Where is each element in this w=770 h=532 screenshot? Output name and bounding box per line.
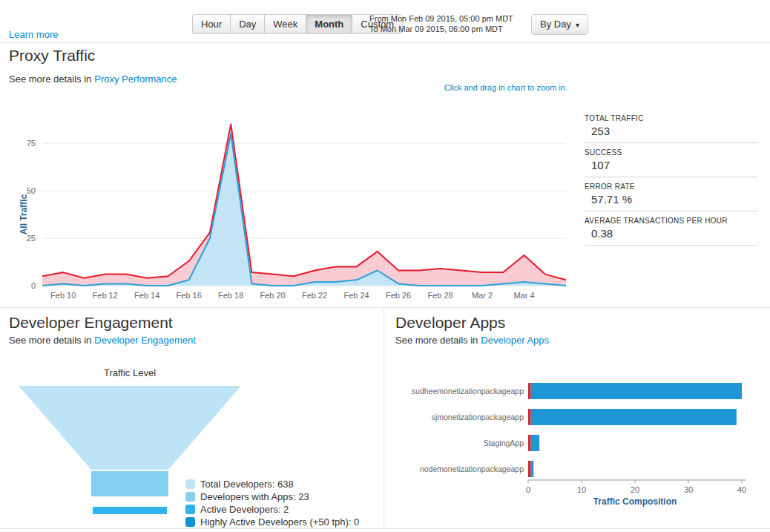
date-to-label: To Mon Mar 09 2015, 06:00 pm MDT <box>369 24 513 34</box>
x-tick-label: 30 <box>684 485 693 494</box>
funnel-chart-title: Traffic Level <box>7 367 252 378</box>
stat-label: SUCCESS <box>585 148 758 157</box>
bar-category-label: sudheemonetizationpackageapp <box>412 387 524 395</box>
stat-value: 253 <box>585 125 758 137</box>
x-tick-label: Feb 20 <box>260 291 285 300</box>
series-line <box>42 124 566 280</box>
bar-category-label: StagingApp <box>484 439 524 447</box>
bar-segment <box>528 435 531 451</box>
bar-segment <box>531 461 534 477</box>
developer-engagement-link[interactable]: Developer Engagement <box>94 335 196 346</box>
series-area <box>42 124 566 286</box>
bar-segment <box>528 461 531 477</box>
x-tick-label: Mar 2 <box>472 291 493 300</box>
proxy-traffic-details: See more details inProxy Performance <box>9 73 177 85</box>
legend-label: Highly Active Developers (+50 tph): 0 <box>200 516 359 528</box>
x-tick-label: Feb 10 <box>50 291 76 300</box>
stat-label: TOTAL TRAFFIC <box>585 114 758 122</box>
series-line <box>42 134 566 286</box>
x-tick-label: Feb 18 <box>218 291 243 300</box>
analytics-dashboard: Learn more Hour Day Week Month Custom Fr… <box>0 0 770 532</box>
legend-item: Active Developers: 2 <box>185 503 359 516</box>
stat-success: SUCCESS 107 <box>585 148 758 177</box>
bar-segment <box>531 383 742 399</box>
range-week-button[interactable]: Week <box>264 14 306 34</box>
range-month-button[interactable]: Month <box>306 14 352 34</box>
caret-down-icon: ▾ <box>576 19 579 30</box>
divider <box>384 307 384 529</box>
legend-item: Total Developers: 638 <box>185 478 359 490</box>
legend-swatch-icon <box>185 517 195 527</box>
x-tick-label: Feb 14 <box>134 291 159 300</box>
legend-label: Total Developers: 638 <box>200 479 294 490</box>
funnel-segment <box>93 507 167 514</box>
legend-item: Highly Active Developers (+50 tph): 0 <box>185 516 359 528</box>
bar-segment <box>531 409 737 425</box>
group-by-label: By Day <box>540 19 571 30</box>
date-range: From Mon Feb 09 2015, 05:00 pm MDT To Mo… <box>369 13 513 34</box>
developer-apps-details: See more details inDeveloper Apps <box>395 335 549 346</box>
divider <box>0 307 770 308</box>
x-tick-label: 10 <box>577 485 586 494</box>
stat-total-traffic: TOTAL TRAFFIC 253 <box>585 114 758 143</box>
developer-engagement-details: See more details inDeveloper Engagement <box>9 335 196 346</box>
group-by-dropdown[interactable]: By Day▾ <box>531 14 588 35</box>
stat-label: AVERAGE TRANSACTIONS PER HOUR <box>585 217 758 225</box>
stat-value: 107 <box>585 159 758 171</box>
y-axis-label: All Traffic <box>19 194 29 234</box>
date-from-label: From Mon Feb 09 2015, 05:00 pm MDT <box>369 13 513 24</box>
divider <box>0 42 770 43</box>
funnel-legend: Total Developers: 638Developers with App… <box>185 478 359 528</box>
x-tick-label: 20 <box>631 485 639 494</box>
legend-item: Developers with Apps: 23 <box>185 490 359 503</box>
x-tick-label: 40 <box>737 485 746 494</box>
bar-segment <box>528 409 531 425</box>
legend-swatch-icon <box>185 492 195 502</box>
funnel-segment <box>91 471 168 496</box>
stat-value: 57.71 % <box>585 193 758 206</box>
proxy-performance-link[interactable]: Proxy Performance <box>94 73 177 85</box>
proxy-traffic-chart[interactable]: 0255075Feb 10Feb 12Feb 14Feb 16Feb 18Feb… <box>0 100 579 308</box>
x-tick-label: Feb 12 <box>93 291 118 300</box>
bar-category-label: sjmonetizationpackageapp <box>432 413 524 421</box>
x-axis-label: Traffic Composition <box>593 496 677 507</box>
x-tick-label: Feb 28 <box>427 291 453 300</box>
bar-segment <box>528 383 531 399</box>
legend-swatch-icon <box>185 505 195 514</box>
x-tick-label: Feb 16 <box>177 291 202 300</box>
stat-avg-tph: AVERAGE TRANSACTIONS PER HOUR 0.38 <box>585 217 758 246</box>
y-tick-label: 50 <box>27 186 36 195</box>
stat-label: ERROR RATE <box>585 183 758 191</box>
learn-more-link[interactable]: Learn more <box>9 29 58 40</box>
range-day-button[interactable]: Day <box>230 14 264 34</box>
legend-label: Developers with Apps: 23 <box>200 491 309 502</box>
details-prefix: See more details in <box>395 335 478 346</box>
series-area <box>42 134 566 286</box>
stat-error-rate: ERROR RATE 57.71 % <box>585 183 758 211</box>
developer-apps-title: Developer Apps <box>395 314 505 332</box>
legend-swatch-icon <box>185 479 195 489</box>
developer-apps-link[interactable]: Developer Apps <box>481 335 549 346</box>
proxy-traffic-title: Proxy Traffic <box>9 47 95 65</box>
x-tick-label: Mar 4 <box>513 291 534 300</box>
bar-category-label: nodemonetizationpackageapp <box>420 464 524 473</box>
details-prefix: See more details in <box>9 73 91 85</box>
funnel-segment <box>19 386 241 470</box>
x-tick-label: Feb 26 <box>386 291 411 300</box>
x-tick-label: 0 <box>526 485 530 494</box>
zoom-hint: Click and drag in chart to zoom in. <box>386 83 567 92</box>
bar-segment <box>531 435 540 451</box>
x-tick-label: Feb 22 <box>302 291 327 300</box>
traffic-stats-panel: TOTAL TRAFFIC 253 SUCCESS 107 ERROR RATE… <box>585 114 758 251</box>
details-prefix: See more details in <box>9 335 91 346</box>
stat-value: 0.38 <box>585 227 758 240</box>
divider <box>0 528 770 529</box>
y-tick-label: 75 <box>27 139 36 148</box>
range-hour-button[interactable]: Hour <box>192 14 230 34</box>
developer-apps-chart: sudheemonetizationpackageappsjmonetizati… <box>401 375 768 516</box>
legend-label: Active Developers: 2 <box>200 504 289 515</box>
y-tick-label: 0 <box>31 281 36 290</box>
developer-engagement-title: Developer Engagement <box>9 314 173 332</box>
x-tick-label: Feb 24 <box>343 291 369 300</box>
